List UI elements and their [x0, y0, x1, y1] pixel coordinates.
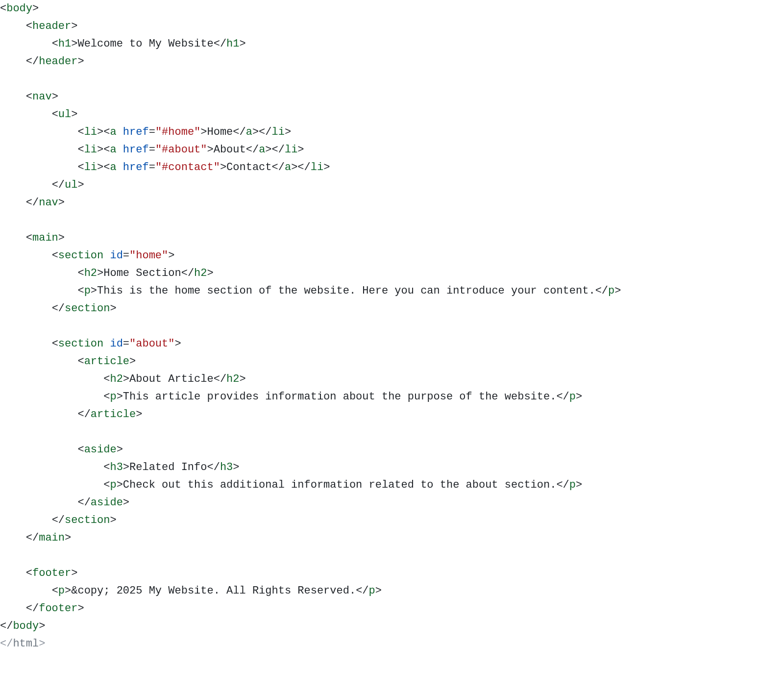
tag-li-close: li [311, 161, 323, 174]
tag-h3-close: h3 [220, 461, 233, 473]
tag-main-open: main [32, 232, 58, 244]
tag-h1-close: h1 [226, 38, 239, 50]
tag-ul-close: ul [65, 179, 77, 191]
attr-href: href [123, 161, 149, 174]
tag-article-close: article [91, 408, 136, 421]
tag-p-open: p [110, 391, 116, 403]
tag-h2-close: h2 [194, 267, 207, 279]
tag-li-open: li [84, 144, 97, 156]
attr-id: id [110, 338, 122, 350]
tag-p-close: p [569, 391, 576, 403]
tag-section-close: section [65, 302, 110, 315]
tag-li-open: li [84, 161, 97, 174]
attr-href: href [123, 126, 149, 138]
tag-h2-open: h2 [110, 373, 122, 385]
tag-footer-open: footer [32, 567, 71, 579]
text-h1: Welcome to My Website [77, 38, 213, 50]
tag-li-open: li [84, 126, 97, 138]
text-footer-rest: 2025 My Website. All Rights Reserved. [110, 585, 356, 597]
text-aside-p: Check out this additional information re… [123, 479, 557, 491]
tag-main-close: main [39, 532, 65, 544]
tag-p-close: p [569, 479, 576, 491]
tag-a-close: a [285, 161, 291, 174]
text-home-h2: Home Section [103, 267, 181, 279]
tag-section-close: section [65, 514, 110, 526]
string-id-about: "about" [129, 338, 174, 350]
tag-a-close: a [246, 126, 252, 138]
string-href-contact: "#contact" [155, 161, 220, 174]
tag-section-open: section [58, 249, 103, 262]
text-nav-about: About [214, 144, 246, 156]
tag-p-open: p [84, 285, 91, 297]
tag-h1-open: h1 [58, 38, 71, 50]
tag-h3-open: h3 [110, 461, 122, 473]
tag-p-close: p [369, 585, 375, 597]
text-home-p: This is the home section of the website.… [97, 285, 595, 297]
tag-html-close: html [13, 638, 39, 650]
code-block: <body> <header> <h1>Welcome to My Websit… [0, 0, 784, 653]
text-about-h2: About Article [129, 373, 214, 385]
tag-a-open: a [110, 144, 116, 156]
tag-footer-close: footer [39, 602, 77, 615]
attr-href: href [123, 144, 149, 156]
tag-p-open: p [58, 585, 65, 597]
tag-header-close: header [39, 55, 77, 68]
tag-nav-close: nav [39, 197, 58, 209]
string-href-home: "#home" [155, 126, 200, 138]
tag-h2-open: h2 [84, 267, 97, 279]
tag-body-close: body [13, 620, 39, 632]
tag-nav-open: nav [32, 91, 52, 103]
string-href-about: "#about" [155, 144, 207, 156]
tag-a-open: a [110, 161, 116, 174]
text-nav-home: Home [207, 126, 233, 138]
text-about-p: This article provides information about … [123, 391, 557, 403]
tag-body-open: body [6, 2, 32, 15]
tag-p-open: p [110, 479, 116, 491]
tag-aside-close: aside [91, 496, 123, 509]
tag-li-close: li [272, 126, 285, 138]
tag-ul-open: ul [58, 108, 71, 121]
string-id-home: "home" [129, 249, 168, 262]
attr-id: id [110, 249, 122, 262]
text-aside-h3: Related Info [129, 461, 207, 473]
tag-p-close: p [608, 285, 614, 297]
tag-aside-open: aside [84, 444, 117, 456]
entity-copy: &copy; [71, 585, 110, 597]
tag-h2-close: h2 [226, 373, 239, 385]
tag-a-close: a [259, 144, 265, 156]
tag-a-open: a [110, 126, 116, 138]
tag-li-close: li [285, 144, 297, 156]
text-nav-contact: Contact [226, 161, 271, 174]
tag-section-open: section [58, 338, 103, 350]
tag-header-open: header [32, 20, 71, 32]
tag-article-open: article [84, 355, 129, 368]
